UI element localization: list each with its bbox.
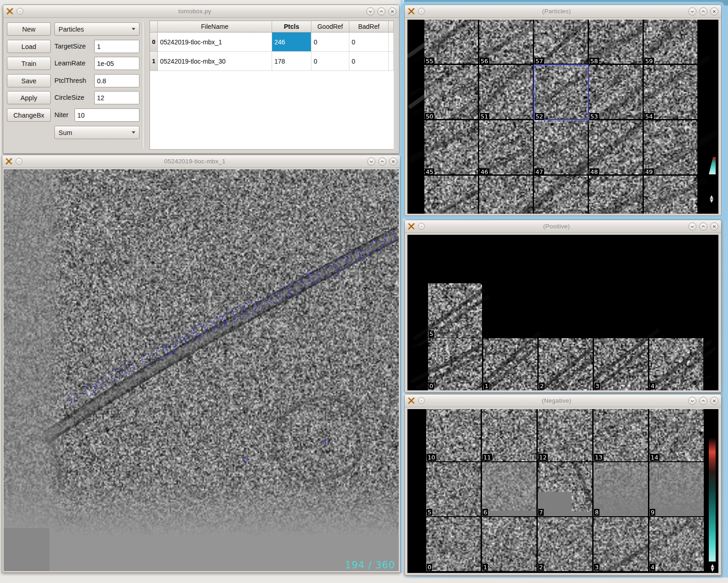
cell-index-label: 54 [644,113,654,120]
niter-input[interactable] [75,108,139,122]
sum-combobox-value: Sum [59,129,72,136]
shade-button[interactable] [688,7,696,16]
menu-button-icon[interactable] [418,397,425,404]
row-header-0[interactable]: 0 [150,32,158,52]
cell-index-label: 51 [480,113,489,120]
table-cell-filename-0[interactable]: 05242019-tloc-mbx_1 [158,32,272,52]
scrollbar-arrows[interactable]: ▲▼ [708,194,715,203]
density-colorbar [709,430,716,561]
maximize-button[interactable] [699,7,707,16]
shade-button[interactable] [367,157,375,166]
cell-index-label: 3 [594,564,600,571]
shade-button[interactable] [688,397,696,405]
table-cell-filler [389,52,394,71]
app-icon [407,222,415,230]
cell-index-label: 4 [650,383,655,389]
col-header-ptcls[interactable]: Ptcls [272,21,311,32]
close-button[interactable] [710,7,718,16]
save-button[interactable]: Save [7,74,51,87]
chevron-down-icon [690,9,695,14]
shade-button[interactable] [366,7,375,16]
close-button[interactable] [388,7,396,16]
cell-index-label: 50 [425,113,434,120]
shade-button[interactable] [688,222,696,231]
mode-combobox[interactable]: Particles [54,22,139,36]
cell-index-label: 14 [650,454,659,461]
titlebar-tomogram[interactable]: 05242019-tloc-mbx_1 [2,155,400,168]
app-icon [407,397,415,405]
cell-index-label: 4 [650,564,655,571]
window-particles: (Particles) ▲▼ 5556575859505152535445464… [404,5,722,216]
window-tomogram: 05242019-tloc-mbx_1 194 / 360 [2,155,401,573]
close-button[interactable] [710,397,718,405]
cell-index-label: 48 [589,168,599,175]
table-cell-badref-0[interactable]: 0 [349,32,389,52]
changebx-button[interactable]: ChangeBx [7,108,51,122]
chevron-down-icon [369,159,374,164]
table-cell-goodref-1[interactable]: 0 [311,52,349,71]
learnrate-input[interactable] [94,57,139,70]
cell-index-label: 46 [480,168,489,175]
col-header-goodref[interactable]: GoodRef [311,21,349,32]
positive-grid-canvas[interactable] [407,235,718,390]
maximize-button[interactable] [377,7,385,16]
header-filler [389,21,394,32]
app-icon [407,7,415,15]
apply-button[interactable]: Apply [7,91,51,104]
table-cell-filename-1[interactable]: 05242019-tloc-mbx_30 [158,52,272,71]
cell-index-label: 5 [427,509,432,516]
cell-index-label: 56 [480,58,489,65]
app-icon [6,7,14,15]
chevron-up-icon [380,159,385,164]
close-button[interactable] [710,222,718,231]
menu-button-icon[interactable] [418,8,425,15]
circlesize-label: CircleSize [54,91,84,104]
titlebar-tomobox[interactable]: tomobox.py [3,5,399,18]
train-button[interactable]: Train [7,57,51,70]
table-cell-filler [389,32,394,52]
titlebar-particles[interactable]: (Particles) [405,5,721,18]
new-button[interactable]: New [7,22,51,36]
load-button[interactable]: Load [7,40,51,53]
window-positive: (Positive) 501234 [404,220,722,393]
cell-index-label: 0 [428,383,434,389]
scrollbar-arrows[interactable]: ▲▼ [709,563,716,572]
table-cell-ptcls-0-selected[interactable]: 246 [272,32,311,52]
tomogram-slice-canvas[interactable] [4,169,399,571]
titlebar-positive[interactable]: (Positive) [405,220,721,233]
cell-index-label: 58 [589,58,599,65]
close-button[interactable] [389,157,397,166]
maximize-button[interactable] [699,222,707,231]
cell-index-label: 12 [538,454,548,461]
close-icon [712,224,717,229]
cell-index-label: 6 [482,509,488,516]
col-header-filename[interactable]: FileName [158,21,272,32]
table-cell-badref-1[interactable]: 0 [349,52,389,71]
negative-grid-canvas[interactable] [407,409,718,573]
splitter-handle[interactable] [141,22,145,148]
maximize-button[interactable] [378,157,386,166]
cell-index-label: 52 [535,113,544,120]
menu-button-icon[interactable] [16,8,23,15]
maximize-button[interactable] [699,397,707,405]
table-cell-goodref-0[interactable]: 0 [311,32,349,52]
ptclthresh-input[interactable] [94,74,139,87]
cell-index-label: 2 [539,383,545,389]
menu-button-icon[interactable] [16,158,22,165]
targetsize-input[interactable] [94,40,139,53]
titlebar-negative[interactable]: (Negative) [405,394,721,407]
cell-index-label: 47 [535,168,544,175]
cell-index-label: 59 [644,58,654,65]
row-header-1[interactable]: 1 [150,52,158,71]
cell-index-label: 3 [594,383,600,389]
cell-index-label: 53 [589,113,599,120]
combo-arrow-icon [132,28,135,30]
circlesize-input[interactable] [94,91,139,104]
cell-index-label: 0 [427,564,432,571]
window-title: (Positive) [428,223,685,230]
corner-header [150,21,158,32]
sum-combobox[interactable]: Sum [54,126,139,139]
col-header-badref[interactable]: BadRef [349,21,389,32]
menu-button-icon[interactable] [418,223,425,230]
table-cell-ptcls-1[interactable]: 178 [272,52,311,71]
